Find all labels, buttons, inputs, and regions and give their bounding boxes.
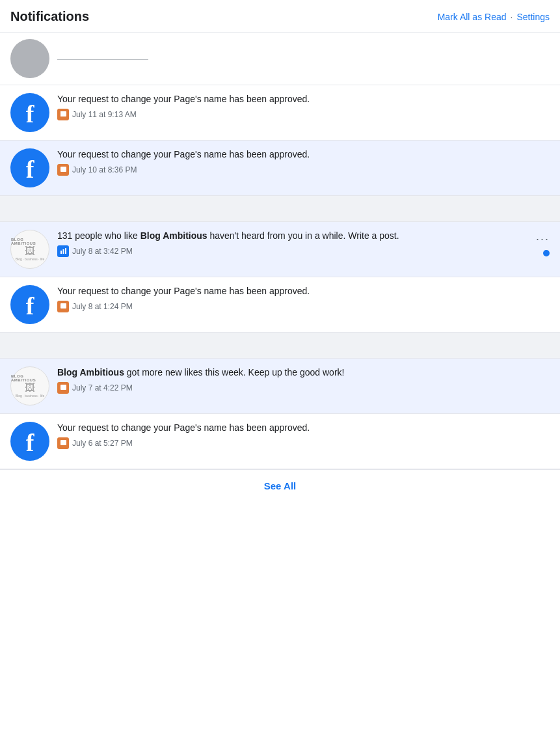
settings-link[interactable]: Settings bbox=[516, 12, 550, 22]
notification-time: July 8 at 1:24 PM bbox=[72, 302, 133, 311]
svg-rect-4 bbox=[62, 249, 64, 254]
facebook-avatar: f bbox=[10, 148, 49, 187]
notification-time: July 6 at 5:27 PM bbox=[72, 439, 133, 448]
notification-item[interactable]: f Your request to change your Page's nam… bbox=[0, 414, 560, 469]
flag-icon bbox=[57, 437, 69, 449]
flag-icon bbox=[57, 109, 69, 120]
notification-text: 131 people who like Blog Ambitious haven… bbox=[57, 230, 531, 243]
notification-content: Your request to change your Page's name … bbox=[57, 93, 550, 120]
svg-rect-8 bbox=[60, 440, 66, 445]
facebook-f-icon: f bbox=[26, 157, 34, 182]
chart-icon bbox=[57, 245, 69, 257]
svg-rect-3 bbox=[60, 251, 62, 254]
notification-content: Blog Ambitious got more new likes this w… bbox=[57, 366, 550, 394]
flag-icon bbox=[57, 301, 69, 312]
notification-item[interactable]: BLOG AMBITIOUS 🖼 Blog · business · life … bbox=[0, 359, 560, 414]
more-options-icon[interactable]: ··· bbox=[536, 232, 550, 246]
notification-content: 131 people who like Blog Ambitious haven… bbox=[57, 230, 531, 257]
truncated-text: —————————— bbox=[57, 53, 148, 64]
notifications-header: Notifications Mark All as Read · Setting… bbox=[0, 0, 560, 33]
svg-rect-7 bbox=[60, 385, 66, 390]
flag-icon bbox=[57, 164, 69, 176]
facebook-avatar: f bbox=[10, 422, 49, 461]
notification-time: July 10 at 8:36 PM bbox=[72, 165, 137, 174]
blog-avatar-inner: BLOG AMBITIOUS 🖼 Blog · business · life bbox=[11, 374, 49, 398]
facebook-avatar: f bbox=[10, 285, 49, 324]
notification-meta: July 6 at 5:27 PM bbox=[57, 437, 550, 449]
notification-text: Your request to change your Page's name … bbox=[57, 93, 550, 106]
facebook-f-icon: f bbox=[26, 102, 34, 126]
notification-meta: July 10 at 8:36 PM bbox=[57, 164, 550, 176]
mark-all-read-link[interactable]: Mark All as Read bbox=[438, 12, 507, 22]
notification-meta: July 7 at 4:22 PM bbox=[57, 382, 550, 394]
notification-content: Your request to change your Page's name … bbox=[57, 422, 550, 449]
notification-item[interactable]: BLOG AMBITIOUS 🖼 Blog · business · life … bbox=[0, 222, 560, 277]
notification-text: Your request to change your Page's name … bbox=[57, 422, 550, 435]
facebook-avatar: f bbox=[10, 93, 49, 132]
notification-meta: July 8 at 3:42 PM bbox=[57, 245, 531, 257]
notification-meta: July 8 at 1:24 PM bbox=[57, 301, 550, 312]
blog-avatar-bottom-text: Blog · business · life bbox=[16, 257, 44, 261]
blog-avatar-inner: BLOG AMBITIOUS 🖼 Blog · business · life bbox=[11, 238, 49, 261]
notification-item[interactable]: f Your request to change your Page's nam… bbox=[0, 85, 560, 141]
notification-time: July 8 at 3:42 PM bbox=[72, 247, 133, 256]
blog-avatar-top-text: BLOG AMBITIOUS bbox=[11, 374, 49, 382]
notification-content: Your request to change your Page's name … bbox=[57, 148, 550, 176]
notification-time: July 7 at 4:22 PM bbox=[72, 383, 133, 392]
notification-time: July 11 at 9:13 AM bbox=[72, 110, 137, 119]
facebook-f-icon: f bbox=[26, 294, 34, 318]
group-spacer bbox=[0, 196, 560, 222]
see-all-row: See All bbox=[0, 469, 560, 502]
dot-separator: · bbox=[511, 12, 513, 22]
facebook-f-icon: f bbox=[26, 430, 34, 455]
notification-content: Your request to change your Page's name … bbox=[57, 285, 550, 312]
blog-avatar-icon: 🖼 bbox=[25, 245, 35, 257]
notification-menu: ··· bbox=[536, 230, 550, 256]
notifications-panel: Notifications Mark All as Read · Setting… bbox=[0, 0, 560, 502]
notification-item[interactable]: f Your request to change your Page's nam… bbox=[0, 141, 560, 196]
svg-rect-6 bbox=[60, 303, 66, 309]
notification-text: Your request to change your Page's name … bbox=[57, 285, 550, 298]
group-spacer bbox=[0, 333, 560, 359]
flag-icon bbox=[57, 382, 69, 394]
header-actions: Mark All as Read · Settings bbox=[438, 12, 550, 22]
blog-avatar-top-text: BLOG AMBITIOUS bbox=[11, 238, 49, 245]
blog-avatar-bottom-text: Blog · business · life bbox=[16, 394, 44, 398]
unread-indicator bbox=[543, 250, 550, 256]
notification-item[interactable]: f Your request to change your Page's nam… bbox=[0, 277, 560, 333]
truncated-item: —————————— bbox=[0, 33, 560, 85]
svg-rect-2 bbox=[60, 167, 66, 172]
blog-avatar-icon: 🖼 bbox=[25, 382, 35, 394]
blog-ambitious-avatar: BLOG AMBITIOUS 🖼 Blog · business · life bbox=[10, 366, 49, 405]
svg-rect-1 bbox=[60, 111, 63, 117]
see-all-link[interactable]: See All bbox=[264, 480, 296, 491]
notification-text: Your request to change your Page's name … bbox=[57, 148, 550, 161]
truncated-avatar bbox=[10, 39, 49, 78]
svg-rect-5 bbox=[65, 248, 66, 254]
notification-meta: July 11 at 9:13 AM bbox=[57, 109, 550, 120]
notification-text: Blog Ambitious got more new likes this w… bbox=[57, 366, 550, 379]
blog-ambitious-avatar: BLOG AMBITIOUS 🖼 Blog · business · life bbox=[10, 230, 49, 269]
notifications-title: Notifications bbox=[10, 9, 89, 24]
